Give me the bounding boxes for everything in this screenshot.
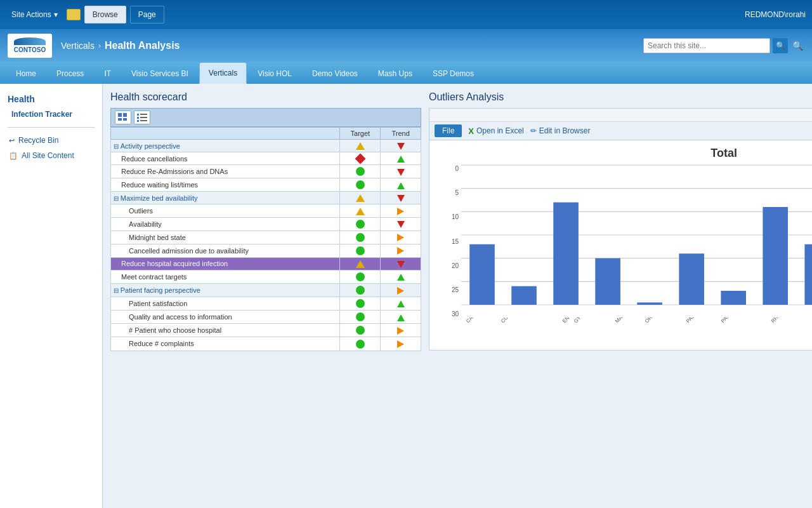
nav-visio-hol[interactable]: Visio HOL <box>248 62 301 84</box>
row-label: Reduce waiting list/times <box>121 181 198 189</box>
file-button[interactable]: File <box>435 124 462 137</box>
green-dot-icon <box>356 167 365 176</box>
y-axis-label: 25 <box>442 286 459 293</box>
nav-demo-videos[interactable]: Demo Videos <box>303 62 367 84</box>
sidebar-item-recycle-bin[interactable]: ↩ Recycle Bin <box>0 133 102 148</box>
all-content-icon: 📋 <box>9 152 18 160</box>
row-label: # Patient who choose hospital <box>129 326 221 334</box>
nav-process[interactable]: Process <box>47 62 93 84</box>
site-actions-label: Site Actions <box>11 10 51 19</box>
nav-mash-ups[interactable]: Mash Ups <box>369 62 422 84</box>
table-row[interactable]: ⊟ Patient facing perspective <box>111 284 421 297</box>
nav-home[interactable]: Home <box>6 62 46 84</box>
bar <box>511 286 537 305</box>
table-row[interactable]: Reduce hospital acquired infection <box>111 257 421 270</box>
collapse-icon[interactable]: ⊟ <box>114 195 121 202</box>
bar <box>637 302 662 305</box>
y-axis-label: 30 <box>442 311 459 318</box>
nav-it[interactable]: IT <box>95 62 121 84</box>
table-row[interactable]: Cancelled admission due to availability <box>111 244 421 257</box>
table-row[interactable]: Patient satisfaction <box>111 297 421 311</box>
site-actions-button[interactable]: Site Actions ▾ <box>6 8 63 22</box>
search-input[interactable] <box>643 38 770 53</box>
table-row[interactable]: ⊟ Activity perspective <box>111 140 421 152</box>
logo-bar: CONTOSO Verticals › Health Analysis 🔍 🔍 <box>0 29 812 62</box>
row-trend-cell <box>381 140 421 152</box>
svg-rect-1 <box>123 113 127 117</box>
row-trend-cell <box>381 284 421 297</box>
col-target: Target <box>340 128 381 140</box>
row-name-cell: Cancelled admission due to availability <box>111 244 340 257</box>
table-row[interactable]: Outliers <box>111 204 421 217</box>
row-trend-cell <box>381 337 421 351</box>
row-name-cell: Meet contract targets <box>111 270 340 283</box>
bar <box>763 207 788 305</box>
red-diamond-icon <box>355 154 365 164</box>
down-red-icon <box>397 221 405 228</box>
breadcrumb-parent[interactable]: Verticals <box>61 41 95 51</box>
nav-ssp-demos[interactable]: SSP Demos <box>423 62 483 84</box>
row-name-cell: Reduce cancellations <box>111 152 340 165</box>
svg-rect-2 <box>118 118 122 121</box>
edit-in-browser-button[interactable]: ✏ Edit in Browser <box>530 126 591 135</box>
chart-container: Total 302520151050 Tota <box>429 140 812 350</box>
page-tab[interactable]: Page <box>130 6 164 23</box>
table-row[interactable]: Midnight bed state <box>111 231 421 244</box>
row-trend-cell <box>381 178 421 192</box>
table-row[interactable]: Reduce cancellations <box>111 152 421 165</box>
scorecard-view-btn-1[interactable] <box>115 110 131 124</box>
table-row[interactable]: Availability <box>111 217 421 231</box>
folder-icon[interactable] <box>67 9 81 20</box>
row-name-cell: Quality and access to information <box>111 311 340 324</box>
top-bar-left: Site Actions ▾ Browse Page <box>6 6 164 23</box>
right-orange-icon <box>397 287 404 295</box>
user-name: REDMOND\rorahi <box>745 10 806 19</box>
table-row[interactable]: Meet contract targets <box>111 270 421 283</box>
svg-rect-4 <box>137 114 139 116</box>
browse-tab[interactable]: Browse <box>84 6 126 23</box>
up-green-icon <box>397 300 405 307</box>
table-row[interactable]: Reduce waiting list/times <box>111 178 421 192</box>
right-orange-icon <box>397 340 404 348</box>
edit-icon: ✏ <box>530 126 537 135</box>
table-row[interactable]: # Patient who choose hospital <box>111 324 421 337</box>
bar <box>804 244 812 305</box>
nav-verticals[interactable]: Verticals <box>199 62 247 84</box>
table-row[interactable]: Reduce Re-Admissions and DNAs <box>111 165 421 178</box>
breadcrumb-current: Health Analysis <box>105 40 180 51</box>
search-button[interactable]: 🔍 <box>773 38 788 53</box>
sidebar-section-title: Health <box>0 90 102 107</box>
sidebar-item-all-site-content[interactable]: 📋 All Site Content <box>0 148 102 163</box>
row-name-cell: Outliers <box>111 204 340 217</box>
col-trend: Trend <box>381 128 421 140</box>
search-zoom-button[interactable]: 🔍 <box>790 39 804 53</box>
company-logo: CONTOSO <box>8 34 52 58</box>
row-label: Quality and access to information <box>129 313 232 321</box>
table-row[interactable]: Quality and access to information <box>111 311 421 324</box>
table-row[interactable]: Reduce # complaints <box>111 337 421 351</box>
row-label: Availability <box>129 220 162 228</box>
sidebar-item-infection-tracker[interactable]: Infection Tracker <box>0 107 102 122</box>
row-target-cell <box>340 204 381 217</box>
bar-chart <box>461 165 812 305</box>
excel-icon: X <box>468 126 474 136</box>
table-row[interactable]: ⊟ Maximize bed availability <box>111 192 421 204</box>
row-target-cell <box>340 270 381 283</box>
sidebar-item-label: Infection Tracker <box>11 110 72 119</box>
row-label: Patient facing perspective <box>121 286 200 294</box>
down-red-icon <box>397 169 405 176</box>
row-label: Reduce hospital acquired infection <box>121 260 228 267</box>
y-axis-label: 20 <box>442 262 459 269</box>
row-target-cell <box>340 297 381 311</box>
bar <box>721 291 746 305</box>
collapse-icon[interactable]: ⊟ <box>114 143 121 150</box>
collapse-icon[interactable]: ⊟ <box>114 287 121 294</box>
row-name-cell: Reduce waiting list/times <box>111 178 340 192</box>
nav-visio-services-bi[interactable]: Visio Services BI <box>122 62 198 84</box>
chart-area <box>461 165 812 318</box>
open-in-excel-button[interactable]: X Open in Excel <box>468 126 523 136</box>
grid-icon <box>118 113 128 122</box>
row-name-cell: Reduce hospital acquired infection <box>111 257 340 270</box>
row-trend-cell <box>381 297 421 311</box>
scorecard-view-btn-2[interactable] <box>134 110 150 124</box>
